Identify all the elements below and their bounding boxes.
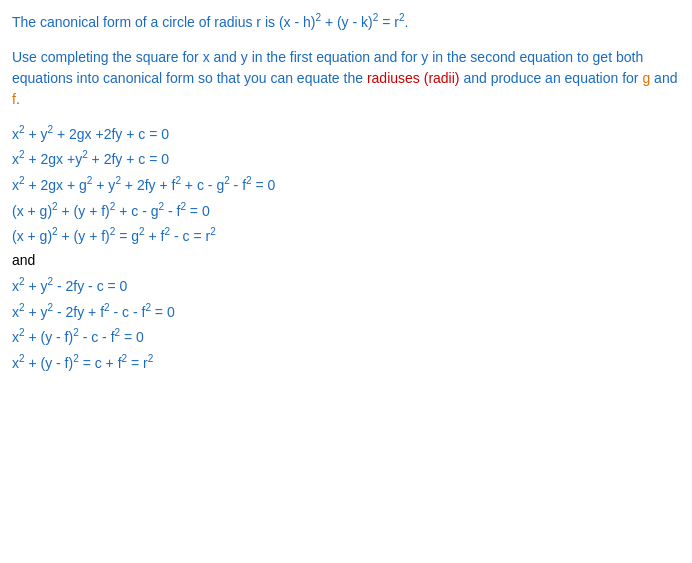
eq-line-3: x2 + 2gx + g2 + y2 + 2fy + f2 + c - g2 -… (12, 175, 680, 193)
and-separator: and (12, 252, 680, 268)
intro-line2: Use completing the square for x and y in… (12, 47, 680, 110)
eq-line-2: x2 + 2gx +y2 + 2fy + c = 0 (12, 149, 680, 167)
second-equation-block: x2 + y2 - 2fy - c = 0 x2 + y2 - 2fy + f2… (12, 276, 680, 371)
eq-line-7: x2 + y2 - 2fy + f2 - c - f2 = 0 (12, 302, 680, 320)
first-equation-block: x2 + y2 + 2gx +2fy + c = 0 x2 + 2gx +y2 … (12, 124, 680, 244)
intro-paragraph: The canonical form of a circle of radius… (12, 10, 680, 110)
eq-line-6: x2 + y2 - 2fy - c = 0 (12, 276, 680, 294)
eq-line-8: x2 + (y - f)2 - c - f2 = 0 (12, 327, 680, 345)
eq-line-1: x2 + y2 + 2gx +2fy + c = 0 (12, 124, 680, 142)
eq-line-5: (x + g)2 + (y + f)2 = g2 + f2 - c = r2 (12, 226, 680, 244)
eq-line-4: (x + g)2 + (y + f)2 + c - g2 - f2 = 0 (12, 201, 680, 219)
eq-line-9: x2 + (y - f)2 = c + f2 = r2 (12, 353, 680, 371)
intro-line1: The canonical form of a circle of radius… (12, 10, 680, 33)
